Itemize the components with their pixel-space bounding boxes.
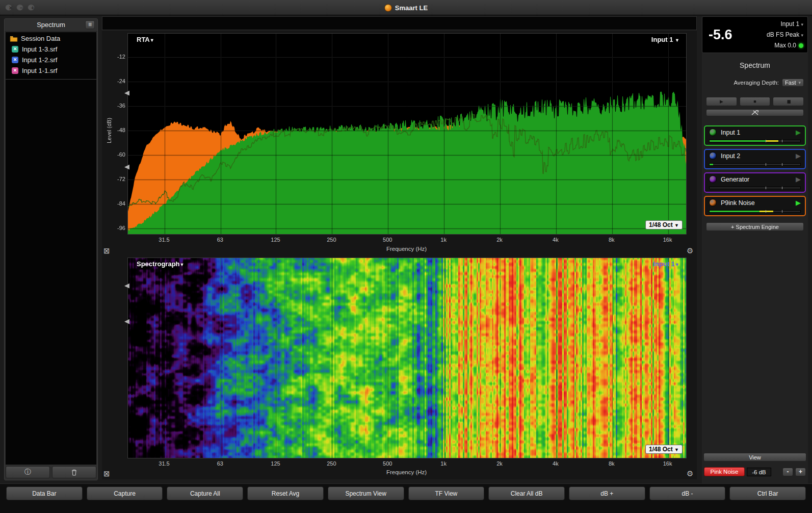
x-tick-label: 125	[260, 460, 291, 467]
session-data-group: Session Data ✕ Input 1-3.srf ✕ Input 1-2…	[6, 32, 96, 80]
y-tick-label: -12	[107, 54, 125, 60]
x-tick-label: 2k	[484, 460, 515, 467]
folder-label: Session Data	[21, 35, 60, 42]
peak-value: -5.6	[709, 27, 732, 43]
channel-play-icon[interactable]: ▶	[796, 199, 801, 206]
window-title: Smaart LE	[0, 0, 812, 15]
channel-level-meter	[709, 210, 801, 213]
channel-play-icon[interactable]: ▶	[796, 129, 801, 136]
titlebar: ✕ − + Smaart LE	[0, 0, 812, 15]
chevron-down-icon: ▾	[798, 80, 801, 85]
sidebar-footer: ⓘ	[6, 466, 96, 478]
capture-button[interactable]: Capture	[87, 486, 163, 500]
channel-label: Input 1	[721, 129, 792, 136]
clear-all-db-button[interactable]: Clear All dB	[488, 486, 565, 500]
x-tick-label: 63	[205, 237, 235, 243]
meter-input-selector[interactable]: Input 1 ▾	[767, 19, 803, 30]
channel-play-icon[interactable]: ▶	[796, 152, 801, 159]
channel-level-meter	[709, 140, 801, 142]
spectrograph-input-selector[interactable]: Input 1▼	[653, 260, 679, 268]
db-plus-button[interactable]: dB +	[569, 486, 645, 500]
sidebar: Spectrum ≡ Session Data ✕ Input 1-3.srf	[4, 18, 98, 480]
channel-color-dot	[709, 129, 717, 136]
tools-button[interactable]	[706, 109, 804, 116]
trash-icon	[71, 469, 77, 476]
input-channel-pink-noise[interactable]: P9ink Noise ▶	[704, 196, 806, 216]
rta-cursor-handle[interactable]: ◀	[124, 89, 129, 96]
file-row[interactable]: ✕ Input 1-2.srf	[6, 55, 96, 65]
x-tick-label: 1k	[428, 460, 459, 467]
rta-input-selector[interactable]: Input 1 ▼	[651, 36, 679, 43]
ctrl-bar-button[interactable]: Ctrl Bar	[729, 486, 806, 500]
pause-icon: ▮▮	[787, 99, 790, 104]
play-button[interactable]: ▶	[706, 97, 737, 106]
add-spectrum-engine-button[interactable]: + Spectrum Engine	[706, 222, 804, 231]
level-plus-button[interactable]: +	[795, 468, 806, 476]
tf-view-button[interactable]: TF View	[408, 486, 485, 500]
close-pane-icon[interactable]: ⊠	[103, 247, 110, 254]
gear-icon[interactable]: ⚙	[687, 247, 693, 254]
y-tick-label: -84	[107, 200, 125, 207]
file-row[interactable]: ✕ Input 1-1.srf	[6, 65, 96, 76]
db-minus-button[interactable]: dB -	[649, 486, 726, 500]
y-tick-label: -36	[107, 102, 125, 109]
view-button[interactable]: View	[703, 453, 806, 461]
gear-icon[interactable]: ⚙	[687, 470, 693, 477]
input-channel-input-2[interactable]: Input 2 ▶	[704, 149, 806, 169]
x-tick-label: 8k	[596, 237, 627, 243]
pause-button[interactable]: ▮▮	[773, 97, 804, 106]
rta-octave-selector[interactable]: 1/48 Oct ▼	[645, 220, 683, 229]
file-name: Input 1-3.srf	[22, 45, 57, 53]
spectrograph-view-selector[interactable]: Spectrograph▼	[137, 260, 184, 268]
close-pane-icon[interactable]: ⊠	[103, 470, 110, 477]
x-tick-label: 1k	[428, 237, 459, 243]
input-channel-input-1[interactable]: Input 1 ▶	[704, 125, 806, 146]
delete-button[interactable]	[52, 466, 96, 478]
trace-icon: ✕	[12, 57, 18, 63]
averaging-depth-select[interactable]: Fast ▾	[782, 79, 804, 87]
x-tick-label: 250	[316, 460, 347, 467]
spectrograph-cursor-handle[interactable]: ◀	[124, 318, 129, 324]
spectrograph-x-axis-title: Frequency (Hz)	[127, 469, 686, 475]
stop-button[interactable]: ■	[740, 97, 771, 106]
y-tick-label: -72	[107, 176, 125, 182]
file-name: Input 1-1.srf	[22, 67, 57, 74]
spectrograph-octave-selector[interactable]: 1/48 Oct ▼	[645, 445, 683, 454]
info-button[interactable]: ⓘ	[6, 466, 50, 478]
session-data-list: Session Data ✕ Input 1-3.srf ✕ Input 1-2…	[6, 32, 96, 465]
channel-play-icon[interactable]: ▶	[796, 176, 801, 183]
pink-noise-button[interactable]: Pink Noise	[704, 467, 745, 476]
y-tick-label: -96	[107, 225, 125, 231]
reset-avg-button[interactable]: Reset Avg	[247, 486, 324, 500]
trace-icon: ✕	[12, 67, 18, 74]
peak-meter-box: -5.6 Input 1 ▾ dB FS Peak ▾ Max 0.0	[702, 16, 808, 53]
data-bar-button[interactable]: Data Bar	[6, 486, 83, 500]
rta-cursor-handle[interactable]: ◀	[124, 163, 129, 170]
channel-label: P9ink Noise	[721, 199, 792, 207]
x-tick-label: 500	[372, 237, 403, 243]
x-tick-label: 8k	[596, 460, 627, 467]
capture-all-button[interactable]: Capture All	[167, 486, 243, 500]
channel-label: Input 2	[721, 152, 792, 160]
session-data-folder[interactable]: Session Data	[6, 32, 96, 44]
sidebar-menu-button[interactable]: ≡	[85, 20, 95, 29]
rta-x-axis-title: Frequency (Hz)	[127, 246, 686, 252]
rta-plot[interactable]	[127, 33, 687, 235]
file-row[interactable]: ✕ Input 1-3.srf	[6, 44, 96, 55]
rta-view-selector[interactable]: RTA▼	[137, 36, 154, 43]
x-tick-label: 16k	[652, 460, 683, 467]
x-tick-label: 4k	[540, 237, 571, 243]
window-title-text: Smaart LE	[395, 4, 428, 12]
input-channel-generator[interactable]: Generator ▶	[704, 172, 806, 193]
generator-level-value: -6 dB	[747, 468, 771, 476]
meter-max-label: Max 0.0	[767, 40, 803, 50]
spectrograph-cursor-handle[interactable]: ◀	[124, 282, 129, 289]
level-minus-button[interactable]: -	[782, 468, 793, 476]
x-tick-label: 250	[316, 237, 347, 243]
y-tick-label: -48	[107, 127, 125, 133]
spectrum-view-button[interactable]: Spectrum View	[328, 486, 404, 500]
meter-unit-selector[interactable]: dB FS Peak ▾	[767, 30, 803, 40]
x-tick-label: 2k	[484, 237, 515, 243]
spectrograph-plot[interactable]	[127, 258, 687, 458]
play-icon: ▶	[720, 99, 723, 104]
